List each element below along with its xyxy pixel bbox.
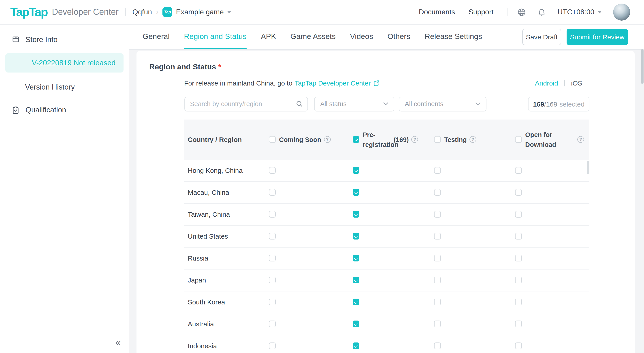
testing-checkbox[interactable]	[434, 211, 440, 218]
timezone-selector[interactable]: UTC+08:00	[558, 8, 602, 16]
testing-checkbox[interactable]	[434, 342, 440, 349]
country-label: Australia	[184, 313, 265, 335]
country-label: Taiwan, China	[184, 204, 265, 225]
main-area: General Region and Status APK Game Asset…	[129, 24, 644, 353]
language-globe-icon[interactable]	[517, 8, 526, 16]
testing-checkbox[interactable]	[434, 277, 440, 284]
sidebar-item-label: Store Info	[26, 35, 58, 44]
testing-checkbox[interactable]	[434, 233, 440, 240]
table-scrollbar-thumb[interactable]	[587, 160, 590, 174]
page-scrollbar-thumb[interactable]	[641, 49, 644, 84]
coming-soon-checkbox[interactable]	[269, 211, 276, 218]
sidebar-collapse-button[interactable]: «	[113, 337, 124, 348]
coming-soon-checkbox[interactable]	[269, 189, 276, 196]
tab-game-assets[interactable]: Game Assets	[290, 24, 336, 49]
coming-soon-checkbox[interactable]	[269, 255, 276, 262]
open-for-download-checkbox[interactable]	[515, 298, 522, 305]
open-for-download-checkbox[interactable]	[515, 342, 522, 349]
open-for-download-cell	[508, 335, 590, 353]
nav-documents[interactable]: Documents	[419, 8, 455, 16]
coming-soon-checkbox[interactable]	[269, 233, 276, 240]
clipboard-check-icon	[12, 106, 20, 114]
card-content: For release in mainland China, go to Tap…	[184, 78, 590, 353]
pre-registration-checkbox[interactable]	[352, 189, 359, 196]
open-for-download-checkbox[interactable]	[515, 211, 522, 218]
search-icon	[296, 100, 303, 108]
nav-support[interactable]: Support	[468, 8, 494, 16]
timezone-label: UTC+08:00	[558, 8, 594, 16]
coming-soon-checkbox[interactable]	[269, 320, 276, 327]
testing-checkbox[interactable]	[434, 189, 440, 196]
continents-select[interactable]: All continents	[398, 96, 486, 111]
coming-soon-select-all-checkbox[interactable]	[269, 136, 276, 143]
pre-registration-checkbox[interactable]	[352, 277, 359, 284]
coming-soon-checkbox[interactable]	[269, 167, 276, 174]
coming-soon-checkbox[interactable]	[269, 298, 276, 305]
table-row: Indonesia	[184, 335, 590, 353]
chevron-down-icon	[475, 102, 480, 106]
sidebar-item-label: Qualification	[26, 106, 66, 114]
tab-videos[interactable]: Videos	[350, 24, 373, 49]
open-for-download-cell	[508, 247, 590, 269]
platform-ios[interactable]: iOS	[571, 79, 582, 87]
coming-soon-checkbox[interactable]	[269, 342, 276, 349]
save-draft-button[interactable]: Save Draft	[522, 29, 561, 45]
content-background: Region and Status* For release in mainla…	[129, 50, 644, 353]
status-select[interactable]: All status	[314, 96, 394, 111]
submit-for-review-button[interactable]: Submit for Review	[566, 29, 628, 45]
tab-general[interactable]: General	[142, 24, 170, 49]
pre-registration-checkbox[interactable]	[352, 233, 359, 240]
platform-android[interactable]: Android	[535, 79, 558, 87]
testing-cell	[426, 313, 508, 335]
search-input[interactable]	[190, 100, 296, 108]
pre-registration-cell	[346, 204, 426, 225]
breadcrumb-org[interactable]: Qqfun	[132, 8, 152, 16]
pre-registration-checkbox[interactable]	[352, 298, 359, 305]
open-for-download-checkbox[interactable]	[515, 255, 522, 262]
testing-checkbox[interactable]	[434, 167, 440, 174]
testing-checkbox[interactable]	[434, 298, 440, 305]
testing-checkbox[interactable]	[434, 255, 440, 262]
pre-registration-checkbox[interactable]	[352, 211, 359, 218]
tab-release-settings[interactable]: Release Settings	[424, 24, 482, 49]
open-for-download-checkbox[interactable]	[515, 277, 522, 284]
sidebar-item-version-history[interactable]: Version History	[0, 80, 129, 95]
help-icon[interactable]: ?	[412, 136, 418, 143]
testing-select-all-checkbox[interactable]	[434, 136, 440, 143]
pre-registration-checkbox[interactable]	[352, 255, 359, 262]
sidebar-item-version-current[interactable]: V-20220819 Not released	[5, 53, 123, 72]
open-for-download-cell	[508, 226, 590, 247]
coming-soon-checkbox[interactable]	[269, 277, 276, 284]
open-for-download-checkbox[interactable]	[515, 233, 522, 240]
notification-bell-icon[interactable]	[537, 8, 546, 16]
tab-apk[interactable]: APK	[261, 24, 276, 49]
tab-others[interactable]: Others	[387, 24, 410, 49]
user-avatar[interactable]	[613, 4, 630, 20]
testing-checkbox[interactable]	[434, 320, 440, 327]
tab-region-and-status[interactable]: Region and Status	[184, 24, 246, 49]
help-icon[interactable]: ?	[470, 136, 476, 143]
open-for-download-checkbox[interactable]	[515, 189, 522, 196]
breadcrumb-game-selector[interactable]: Tap Example game	[162, 7, 231, 17]
pre-registration-checkbox[interactable]	[352, 320, 359, 327]
help-icon[interactable]: ?	[577, 136, 584, 143]
open-for-download-checkbox[interactable]	[515, 320, 522, 327]
open-for-download-checkbox[interactable]	[515, 167, 522, 174]
section-title: Region and Status	[149, 62, 216, 71]
sidebar-item-qualification[interactable]: Qualification	[0, 102, 129, 118]
pre-registration-checkbox[interactable]	[352, 342, 359, 349]
open-for-download-cell	[508, 204, 590, 225]
pre-registration-cell	[346, 335, 426, 353]
pre-registration-checkbox[interactable]	[352, 167, 359, 174]
country-label: Macau, China	[184, 182, 265, 203]
developer-center-link[interactable]: TapTap Developer Center	[295, 79, 380, 87]
breadcrumb-game: Example game	[176, 8, 224, 16]
pre-registration-select-all-checkbox[interactable]	[352, 136, 359, 143]
taptap-logo[interactable]: TapTap	[10, 5, 48, 19]
help-icon[interactable]: ?	[324, 136, 331, 143]
open-for-download-select-all-checkbox[interactable]	[515, 136, 522, 143]
country-label: Hong Kong, China	[184, 160, 265, 181]
store-box-icon	[12, 35, 20, 44]
header-open-for-download: Open for Download ?	[508, 119, 590, 160]
sidebar-item-store-info[interactable]: Store Info	[0, 32, 129, 47]
